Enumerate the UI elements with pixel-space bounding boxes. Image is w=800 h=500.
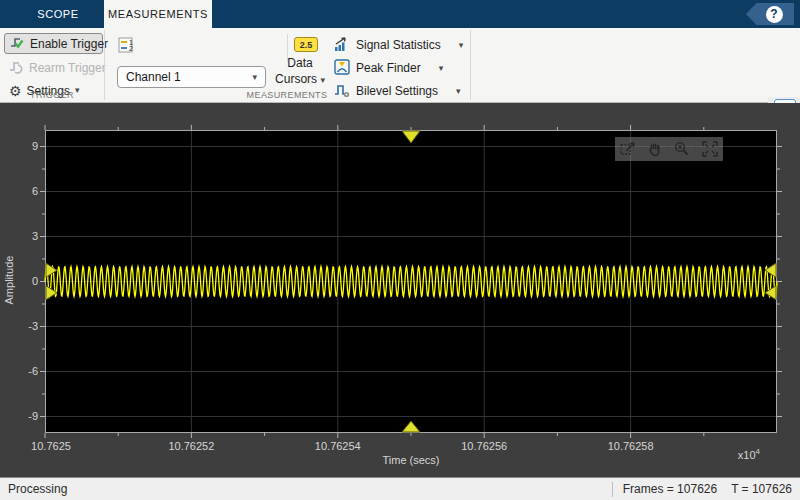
data-cursors-button-line2[interactable]: Cursors ▾ xyxy=(268,72,332,86)
tab-bar: SCOPE MEASUREMENTS ? xyxy=(0,0,800,28)
rearm-trigger-icon xyxy=(9,59,24,77)
channel-select-dropdown[interactable]: Channel 1 ▾ xyxy=(117,66,266,88)
signal-statistics-label: Signal Statistics xyxy=(356,38,441,52)
y-tick-label: 0 xyxy=(2,275,38,287)
data-cursors-label: Cursors xyxy=(275,72,317,86)
x-tick-label: 10.76258 xyxy=(596,440,666,452)
status-bar: Processing Frames = 107626 T = 107626 xyxy=(0,477,800,500)
trigger-marker[interactable] xyxy=(402,131,420,143)
rearm-trigger-button: Rearm Trigger xyxy=(4,57,103,78)
plot-zoom-toolbar xyxy=(615,137,723,161)
tab-scope[interactable]: SCOPE xyxy=(18,0,98,28)
y-tick-label: 6 xyxy=(2,185,38,197)
y-tick-label: 9 xyxy=(2,140,38,152)
rearm-trigger-label: Rearm Trigger xyxy=(29,61,106,75)
help-button[interactable]: ? xyxy=(746,3,794,25)
status-frames: Frames = 107626 xyxy=(623,482,717,496)
x-tick-label: 10.76252 xyxy=(156,440,226,452)
data-cursors-button[interactable]: Data xyxy=(268,56,332,70)
pan-hand-icon xyxy=(646,140,664,158)
trigger-group-label: TRIGGER xyxy=(0,90,104,100)
channel-select-value: Channel 1 xyxy=(126,70,252,84)
x-tick-label: 10.7625 xyxy=(16,440,86,452)
trigger-marker[interactable] xyxy=(765,263,776,277)
peak-finder-button[interactable]: Peak Finder ▾ xyxy=(334,58,443,78)
signal-statistics-icon xyxy=(334,36,350,55)
enable-trigger-button[interactable]: Enable Trigger xyxy=(4,33,103,54)
x-axis-title: Time (secs) xyxy=(311,454,511,466)
chevron-down-icon: ▾ xyxy=(252,73,257,82)
ribbon: Enable Trigger Rearm Trigger ⚙ Settings … xyxy=(0,28,800,103)
peak-finder-label: Peak Finder xyxy=(356,61,421,75)
scope-window: SCOPE MEASUREMENTS ? Enable Trigger xyxy=(0,0,800,500)
peak-finder-icon xyxy=(334,59,350,78)
channel-selector-icon: 1 2 xyxy=(118,36,136,57)
measurements-group-label: MEASUREMENTS xyxy=(104,90,470,100)
trigger-marker[interactable] xyxy=(46,286,57,300)
group-separator xyxy=(470,30,471,100)
plot-axes[interactable] xyxy=(45,130,777,433)
y-tick-label: 3 xyxy=(2,230,38,242)
y-tick-label: -6 xyxy=(2,365,38,377)
chevron-down-icon: ▾ xyxy=(459,41,464,50)
pan-button[interactable] xyxy=(642,137,669,161)
chevron-down-icon: ▾ xyxy=(320,75,325,85)
fit-to-view-button[interactable] xyxy=(696,137,723,161)
zoom-region-icon xyxy=(619,140,637,158)
status-processing: Processing xyxy=(8,482,612,496)
help-icon: ? xyxy=(766,6,783,23)
signal-statistics-button[interactable]: Signal Statistics ▾ xyxy=(334,35,463,55)
x-scale-note: x104 xyxy=(660,447,760,461)
data-cursors-icon: 2.5 xyxy=(294,37,318,52)
status-time: T = 107626 xyxy=(731,482,792,496)
zoom-in-icon xyxy=(673,140,691,158)
enable-trigger-label: Enable Trigger xyxy=(30,37,108,51)
chevron-down-icon: ▾ xyxy=(439,64,444,73)
zoom-in-button[interactable] xyxy=(669,137,696,161)
trigger-marker[interactable] xyxy=(402,421,420,432)
svg-text:2: 2 xyxy=(129,45,133,52)
y-tick-label: -9 xyxy=(2,410,38,422)
plot-panel: Amplitude 9630-3-6-910.762510.7625210.76… xyxy=(0,103,800,477)
fit-to-view-icon xyxy=(701,140,719,158)
enable-trigger-icon xyxy=(10,35,25,53)
y-tick-label: -3 xyxy=(2,320,38,332)
x-tick-label: 10.76256 xyxy=(449,440,519,452)
x-tick-label: 10.76254 xyxy=(303,440,373,452)
tab-measurements[interactable]: MEASUREMENTS xyxy=(104,0,212,28)
zoom-to-region-button[interactable] xyxy=(615,137,642,161)
status-divider xyxy=(612,482,613,497)
